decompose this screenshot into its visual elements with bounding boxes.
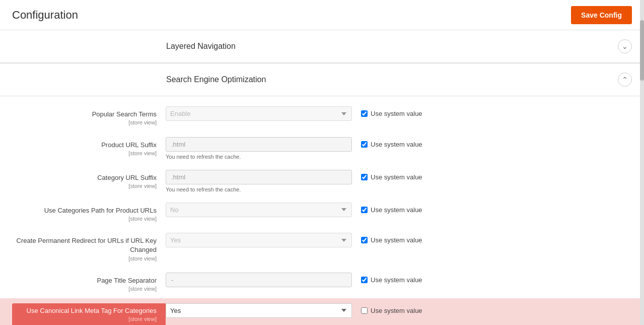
create-permanent-redirect-label: Create Permanent Redirect for URLs if UR… xyxy=(12,233,166,263)
use-categories-path-row: Use Categories Path for Product URLs [st… xyxy=(0,198,644,228)
canonical-link-categories-select[interactable]: Yes No xyxy=(166,303,352,318)
category-url-suffix-checkbox[interactable] xyxy=(361,174,368,180)
canonical-link-categories-label: Use Canonical Link Meta Tag For Categori… xyxy=(12,303,166,326)
scrollbar[interactable] xyxy=(640,0,644,325)
category-url-suffix-input[interactable] xyxy=(166,170,352,184)
page-title-separator-row: Page Title Separator [store view] Use sy… xyxy=(0,268,644,298)
seo-section-toggle[interactable]: ⌃ xyxy=(618,73,632,87)
page-title-separator-system-value: Use system value xyxy=(352,273,422,284)
use-categories-path-checkbox[interactable] xyxy=(361,207,368,213)
create-permanent-redirect-row: Create Permanent Redirect for URLs if UR… xyxy=(0,228,644,268)
category-url-suffix-row: Category URL Suffix [store view] You nee… xyxy=(0,165,644,198)
product-url-suffix-system-value: Use system value xyxy=(352,137,422,148)
popular-search-terms-store-view: [store view] xyxy=(12,119,157,126)
use-categories-path-store-view: [store view] xyxy=(12,215,157,223)
product-url-suffix-note: You need to refresh the cache. xyxy=(166,154,352,160)
category-url-suffix-label: Category URL Suffix [store view] xyxy=(12,170,166,190)
use-categories-path-control: No Yes xyxy=(166,203,352,217)
page-title-separator-checkbox[interactable] xyxy=(361,277,368,283)
canonical-link-categories-row: Use Canonical Link Meta Tag For Categori… xyxy=(0,298,644,326)
layered-navigation-section: Layered Navigation ⌄ xyxy=(0,30,644,63)
seo-section: Search Engine Optimization ⌃ Popular Sea… xyxy=(0,63,644,325)
page-title: Configuration xyxy=(12,9,78,22)
canonical-link-categories-checkbox[interactable] xyxy=(361,307,368,314)
popular-search-terms-select[interactable]: Enable Disable xyxy=(166,106,352,121)
use-categories-path-label: Use Categories Path for Product URLs [st… xyxy=(12,203,166,223)
use-categories-path-select[interactable]: No Yes xyxy=(166,203,352,217)
create-permanent-redirect-system-label: Use system value xyxy=(371,236,422,244)
create-permanent-redirect-select[interactable]: Yes No xyxy=(166,233,352,247)
popular-search-terms-system-value: Use system value xyxy=(352,106,422,117)
popular-search-terms-checkbox[interactable] xyxy=(361,110,368,117)
use-categories-path-system-label: Use system value xyxy=(371,206,422,214)
page-title-separator-input[interactable] xyxy=(166,273,352,287)
canonical-link-categories-store-view: [store view] xyxy=(12,315,157,323)
create-permanent-redirect-checkbox[interactable] xyxy=(361,237,368,243)
seo-section-title: Search Engine Optimization xyxy=(166,75,266,84)
main-content: Layered Navigation ⌄ Search Engine Optim… xyxy=(0,30,644,325)
canonical-link-categories-system-value: Use system value xyxy=(352,303,422,314)
use-categories-path-system-value: Use system value xyxy=(352,203,422,214)
scrollbar-thumb[interactable] xyxy=(640,20,644,81)
popular-search-terms-control: Enable Disable xyxy=(166,106,352,121)
product-url-suffix-checkbox[interactable] xyxy=(361,141,368,148)
popular-search-terms-system-label: Use system value xyxy=(371,110,422,117)
layered-navigation-title: Layered Navigation xyxy=(166,42,236,51)
page-title-separator-label: Page Title Separator [store view] xyxy=(12,273,166,293)
seo-form: Popular Search Terms [store view] Enable… xyxy=(0,96,644,325)
page-title-separator-system-label: Use system value xyxy=(371,276,422,284)
product-url-suffix-label: Product URL Suffix [store view] xyxy=(12,137,166,158)
category-url-suffix-store-view: [store view] xyxy=(12,182,157,190)
category-url-suffix-control: You need to refresh the cache. xyxy=(166,170,352,192)
page-title-separator-control xyxy=(166,273,352,287)
layered-navigation-header[interactable]: Layered Navigation ⌄ xyxy=(0,30,644,63)
page-title-separator-store-view: [store view] xyxy=(12,285,157,293)
category-url-suffix-system-value: Use system value xyxy=(352,170,422,181)
popular-search-terms-label: Popular Search Terms [store view] xyxy=(12,106,166,127)
canonical-link-categories-system-label: Use system value xyxy=(371,307,422,314)
product-url-suffix-input[interactable] xyxy=(166,137,352,152)
save-config-button[interactable]: Save Config xyxy=(571,6,632,24)
product-url-suffix-row: Product URL Suffix [store view] You need… xyxy=(0,132,644,165)
seo-section-header[interactable]: Search Engine Optimization ⌃ xyxy=(0,63,644,96)
create-permanent-redirect-store-view: [store view] xyxy=(12,255,157,263)
page-header: Configuration Save Config xyxy=(0,0,644,30)
category-url-suffix-note: You need to refresh the cache. xyxy=(166,186,352,192)
create-permanent-redirect-system-value: Use system value xyxy=(352,233,422,244)
popular-search-terms-row: Popular Search Terms [store view] Enable… xyxy=(0,101,644,132)
create-permanent-redirect-control: Yes No xyxy=(166,233,352,247)
canonical-link-categories-control: Yes No xyxy=(166,303,352,318)
product-url-suffix-system-label: Use system value xyxy=(371,141,422,148)
product-url-suffix-store-view: [store view] xyxy=(12,150,157,157)
category-url-suffix-system-label: Use system value xyxy=(371,173,422,181)
product-url-suffix-control: You need to refresh the cache. xyxy=(166,137,352,160)
layered-navigation-toggle[interactable]: ⌄ xyxy=(618,39,632,53)
